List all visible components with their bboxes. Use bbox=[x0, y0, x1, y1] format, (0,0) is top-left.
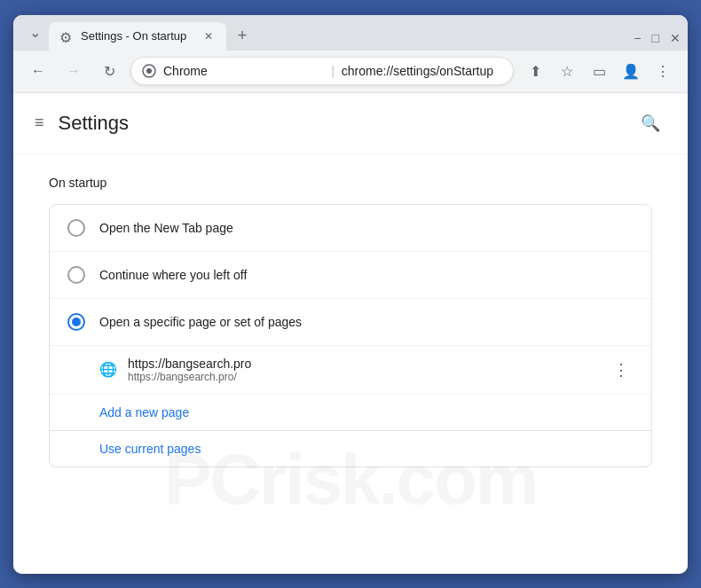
address-brand: Chrome bbox=[163, 64, 324, 78]
title-bar: ⌄ ⚙ Settings - On startup ✕ + − □ ✕ bbox=[13, 15, 688, 51]
page-favicon-icon: 🌐 bbox=[99, 361, 117, 379]
option-continue-label: Continue where you left off bbox=[99, 268, 247, 282]
address-divider: | bbox=[331, 64, 335, 78]
new-tab-button[interactable]: + bbox=[230, 24, 255, 49]
search-icon: 🔍 bbox=[641, 114, 660, 133]
active-tab[interactable]: ⚙ Settings - On startup ✕ bbox=[49, 22, 226, 51]
back-button[interactable]: ← bbox=[24, 57, 52, 85]
tab-strip-chevron[interactable]: ⌄ bbox=[20, 19, 49, 47]
page-body: On startup Open the New Tab page Continu… bbox=[13, 154, 688, 489]
page-entry-name: https://bangsearch.pro bbox=[128, 357, 598, 371]
use-current-pages-link[interactable]: Use current pages bbox=[50, 431, 651, 466]
page-entry-url: https://bangsearch.pro/ bbox=[128, 371, 598, 383]
chrome-logo-icon bbox=[142, 64, 156, 78]
option-new-tab[interactable]: Open the New Tab page bbox=[50, 205, 651, 252]
hamburger-menu-icon[interactable]: ≡ bbox=[35, 114, 44, 132]
svg-point-1 bbox=[146, 68, 152, 74]
profile-button[interactable]: 👤 bbox=[617, 57, 645, 85]
radio-new-tab[interactable] bbox=[67, 219, 85, 237]
action-section: Use current pages bbox=[50, 430, 651, 466]
page-entry-text: https://bangsearch.pro https://bangsearc… bbox=[128, 357, 598, 383]
option-specific[interactable]: Open a specific page or set of pages bbox=[50, 299, 651, 346]
forward-button[interactable]: → bbox=[59, 57, 88, 85]
page-content: ≡ Settings 🔍 On startup Open the New Tab… bbox=[13, 93, 688, 574]
settings-search-button[interactable]: 🔍 bbox=[634, 107, 666, 139]
more-menu-button[interactable]: ⋮ bbox=[649, 57, 677, 85]
address-url: chrome://settings/onStartup bbox=[342, 64, 502, 78]
close-button[interactable]: ✕ bbox=[670, 31, 681, 45]
page-entry-more-button[interactable]: ⋮ bbox=[609, 357, 634, 382]
minimize-button[interactable]: − bbox=[634, 31, 641, 45]
page-entry-bangsearch: 🌐 https://bangsearch.pro https://bangsea… bbox=[50, 346, 651, 395]
bookmark-button[interactable]: ☆ bbox=[553, 57, 581, 85]
nav-actions: ⬆ ☆ ▭ 👤 ⋮ bbox=[521, 57, 677, 85]
tab-title: Settings - On startup bbox=[81, 29, 194, 43]
radio-continue[interactable] bbox=[67, 266, 85, 284]
settings-header: ≡ Settings 🔍 bbox=[13, 93, 688, 154]
radio-specific[interactable] bbox=[67, 313, 85, 331]
sidebar-button[interactable]: ▭ bbox=[585, 57, 613, 85]
add-new-page-link[interactable]: Add a new page bbox=[50, 395, 651, 430]
tab-favicon: ⚙ bbox=[59, 29, 74, 43]
tab-close-button[interactable]: ✕ bbox=[201, 29, 216, 43]
settings-page-title: Settings bbox=[59, 112, 130, 135]
browser-window: ⌄ ⚙ Settings - On startup ✕ + − □ ✕ ← → … bbox=[13, 15, 688, 574]
option-specific-label: Open a specific page or set of pages bbox=[99, 315, 302, 329]
address-bar[interactable]: Chrome | chrome://settings/onStartup bbox=[130, 57, 514, 85]
startup-options-card: Open the New Tab page Continue where you… bbox=[49, 204, 652, 467]
section-title: On startup bbox=[49, 176, 652, 190]
maximize-button[interactable]: □ bbox=[652, 31, 659, 45]
refresh-button[interactable]: ↻ bbox=[95, 57, 123, 85]
navigation-bar: ← → ↻ Chrome | chrome://settings/onStart… bbox=[13, 51, 688, 93]
share-button[interactable]: ⬆ bbox=[521, 57, 549, 85]
option-new-tab-label: Open the New Tab page bbox=[99, 221, 233, 235]
settings-header-left: ≡ Settings bbox=[35, 112, 129, 135]
window-controls: − □ ✕ bbox=[634, 31, 681, 51]
option-continue[interactable]: Continue where you left off bbox=[50, 252, 651, 299]
